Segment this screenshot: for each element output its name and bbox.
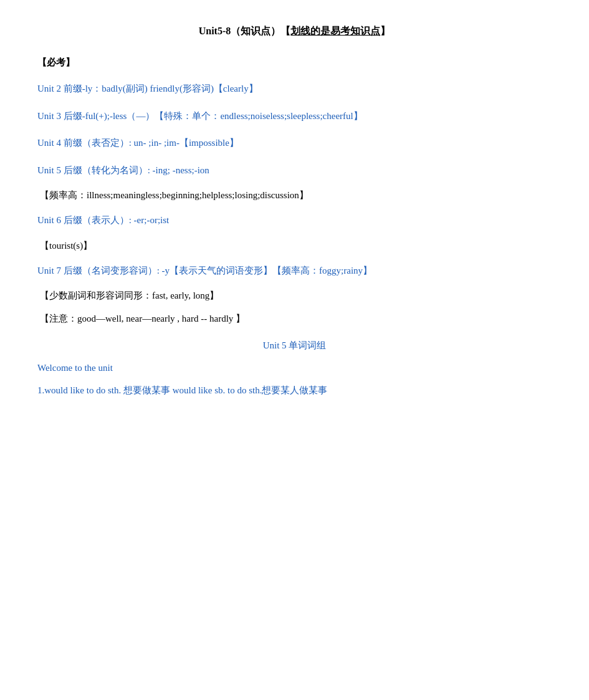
unit-3-label: Unit 3 <box>37 111 61 121</box>
unit-2-item: Unit 2 前缀-ly：badly(副词) friendly(形容词)【cle… <box>37 81 552 97</box>
unit-2-label: Unit 2 <box>37 84 61 93</box>
unit-2-content: 前缀-ly：badly(副词) friendly(形容词)【clearly】 <box>61 84 258 93</box>
unit-7-item: Unit 7 后缀（名词变形容词）: -y【表示天气的词语变形】【频率高：fog… <box>37 263 552 279</box>
title-underline: 划线的是易考知识点 <box>290 26 380 36</box>
caution-note: 【注意：good—well, near—nearly , hard -- har… <box>40 313 552 325</box>
welcome-line: Welcome to the unit <box>37 363 552 373</box>
unit5-vocab-title: Unit 5 单词词组 <box>37 340 552 352</box>
unit-4-label: Unit 4 <box>37 138 61 148</box>
page-title: Unit5-8（知识点）【划线的是易考知识点】 <box>37 25 552 38</box>
unit-7-label: Unit 7 <box>37 266 61 276</box>
unit-5-label: Unit 5 <box>37 165 61 175</box>
must-know-header: 【必考】 <box>37 57 552 69</box>
unit-3-content: 后缀-ful(+);-less（—）【特殊：单个：endless;noisele… <box>61 111 363 121</box>
unit-5-item: Unit 5 后缀（转化为名词）: -ing; -ness;-ion <box>37 163 552 179</box>
unit-3-item: Unit 3 后缀-ful(+);-less（—）【特殊：单个：endless;… <box>37 108 552 125</box>
unit-6-item: Unit 6 后缀（表示人）: -er;-or;ist <box>37 213 552 229</box>
unit-4-item: Unit 4 前缀（表否定）: un- ;in- ;im-【impossible… <box>37 135 552 151</box>
freq-note-1: 【频率高：illness;meaningless;beginning;helpl… <box>40 189 552 201</box>
vocab-item-1: 1.would like to do sth. 想要做某事 would like… <box>37 385 552 396</box>
unit-5-content: 后缀（转化为名词）: -ing; -ness;-ion <box>61 165 209 175</box>
unit-6-content: 后缀（表示人）: -er;-or;ist <box>61 215 169 225</box>
title-prefix: Unit5-8（知识点）【 <box>199 26 291 36</box>
unit-4-content: 前缀（表否定）: un- ;in- ;im-【impossible】 <box>61 138 239 148</box>
unit-6-label: Unit 6 <box>37 215 61 225</box>
unit-7-content: 后缀（名词变形容词）: -y【表示天气的词语变形】【频率高：foggy;rain… <box>61 266 372 276</box>
tourist-note: 【tourist(s)】 <box>40 240 552 252</box>
title-suffix: 】 <box>380 26 390 36</box>
adv-note: 【少数副词和形容词同形：fast, early, long】 <box>40 290 552 302</box>
